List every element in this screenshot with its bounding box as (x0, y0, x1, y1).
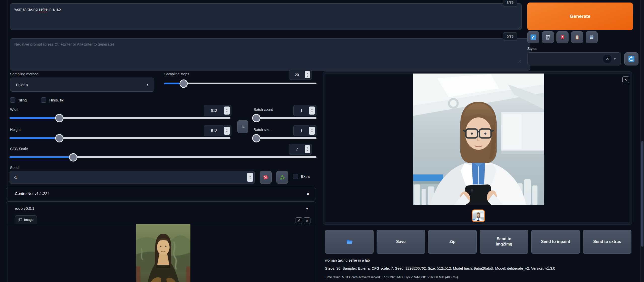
sampling-method-dropdown[interactable]: Euler a ▼ (10, 78, 154, 92)
height-input[interactable]: 512 ∧∨ (204, 125, 231, 136)
prompt-resize-handle[interactable] (517, 26, 521, 29)
styles-caret-icon[interactable]: ▾ (612, 57, 621, 61)
height-spinner[interactable]: ∧∨ (224, 127, 230, 135)
roop-accordion: roop v0.0.1 ▼ Image × (6, 201, 316, 282)
sampling-method-label: Sampling method (10, 72, 38, 76)
generation-params-text: Steps: 20, Sampler: Euler a, CFG scale: … (325, 266, 632, 270)
open-folder-button[interactable] (325, 230, 374, 254)
sampling-steps-slider-thumb[interactable] (180, 79, 188, 88)
floppy-disk-icon (589, 34, 595, 40)
send-to-img2img-label: Send to img2img (492, 236, 516, 247)
generate-button-label: Generate (570, 14, 590, 19)
send-to-extras-button[interactable]: Send to extras (583, 230, 631, 254)
vram-info-text: Torch active/reserved: 6778/7920 MiB, Sy… (350, 275, 458, 279)
page-scrollbar[interactable] (640, 0, 644, 282)
batch-size-slider[interactable] (254, 137, 316, 139)
cfg-scale-value: 7 (289, 144, 305, 155)
batch-count-input[interactable]: 1 ∧∨ (293, 105, 316, 116)
width-spinner[interactable]: ∧∨ (224, 107, 230, 115)
generated-image[interactable] (413, 74, 544, 205)
extra-seed-checkbox[interactable] (293, 174, 298, 179)
prompt-text-after: in a lab (48, 7, 61, 11)
close-gallery-button[interactable]: × (622, 76, 629, 83)
send-to-img2img-button[interactable]: Send to img2img (480, 230, 528, 254)
generation-prompt-echo: woman taking seflie in a lab (325, 258, 370, 262)
generation-time-info: Time taken: 5.31sTorch active/reserved: … (325, 275, 458, 279)
batch-count-slider[interactable] (254, 117, 316, 119)
zip-button[interactable]: Zip (428, 230, 477, 254)
seed-input[interactable]: -1 ∧∨ (10, 171, 255, 184)
hires-fix-label: Hires. fix (49, 98, 63, 102)
roop-source-image[interactable] (136, 224, 190, 282)
styles-dropdown[interactable]: × ▾ (527, 52, 621, 65)
styles-label: Styles (527, 47, 537, 51)
close-icon: × (625, 78, 627, 82)
width-slider-thumb[interactable] (55, 114, 64, 122)
refresh-styles-button[interactable] (624, 52, 638, 65)
batch-size-input[interactable]: 1 ∧∨ (293, 125, 316, 136)
generate-button[interactable]: Generate (527, 3, 633, 30)
cfg-scale-input[interactable]: 7 ∧∨ (289, 144, 312, 155)
height-slider-thumb[interactable] (55, 134, 64, 142)
roop-accordion-header[interactable]: roop v0.0.1 ▼ (6, 202, 316, 215)
roop-image-tab[interactable]: Image (15, 215, 37, 224)
batch-size-label: Batch size (254, 128, 270, 132)
batch-count-slider-thumb[interactable] (252, 114, 261, 122)
cfg-scale-label: CFG Scale (10, 147, 28, 151)
height-value: 512 (204, 125, 224, 136)
save-button[interactable]: Save (377, 230, 425, 254)
pencil-icon (297, 219, 301, 223)
page-scrollbar-thumb[interactable] (641, 141, 643, 247)
send-to-inpaint-button[interactable]: Send to inpaint (531, 230, 580, 254)
prompt-text-before: woman taking (14, 7, 39, 11)
height-slider[interactable] (10, 137, 230, 139)
gallery-thumbnail-selected[interactable] (472, 209, 485, 222)
controlnet-title: ControlNet v1.1.224 (6, 191, 306, 196)
prompt-input[interactable]: woman taking seflie in a lab (10, 3, 522, 30)
roop-edit-image-button[interactable] (296, 217, 302, 224)
batch-size-spinner[interactable]: ∧∨ (309, 127, 315, 135)
cfg-scale-slider[interactable] (10, 156, 316, 158)
sampling-steps-slider[interactable] (164, 83, 316, 84)
clear-prompt-button[interactable] (542, 31, 554, 43)
seed-spinner[interactable]: ∧∨ (247, 173, 253, 182)
flower-card-icon (559, 34, 566, 40)
recycle-icon (279, 174, 286, 181)
picture-icon (18, 218, 22, 222)
negative-prompt-input[interactable] (10, 38, 530, 70)
cfg-scale-slider-thumb[interactable] (69, 153, 77, 161)
apply-styles-button[interactable] (571, 31, 583, 43)
controlnet-accordion-header[interactable]: ControlNet v1.1.224 ◀ (6, 187, 316, 200)
roop-image-tab-label: Image (24, 218, 34, 222)
sampling-steps-label: Sampling steps (164, 72, 189, 76)
seed-label: Seed (10, 166, 19, 170)
tiling-checkbox[interactable] (10, 97, 15, 103)
width-slider[interactable] (10, 117, 230, 119)
hires-fix-checkbox[interactable] (41, 97, 46, 103)
sampling-steps-spinner[interactable]: ∧∨ (305, 71, 310, 78)
sampling-steps-input[interactable]: 20 ∧∨ (289, 70, 312, 80)
cfg-scale-spinner[interactable]: ∧∨ (305, 145, 310, 153)
zip-button-label: Zip (450, 239, 456, 244)
send-to-inpaint-label: Send to inpaint (541, 239, 570, 244)
random-seed-button[interactable] (260, 171, 272, 184)
swap-width-height-button[interactable]: ↑↓ (237, 120, 248, 133)
refresh-icon (628, 56, 635, 62)
batch-size-slider-thumb[interactable] (252, 134, 261, 142)
extra-networks-button[interactable] (556, 31, 569, 43)
tiling-label: Tiling (18, 98, 27, 102)
save-style-button[interactable] (586, 31, 598, 43)
trash-icon (545, 34, 551, 40)
height-label: Height (10, 128, 21, 132)
reuse-seed-button[interactable] (276, 171, 288, 184)
roop-clear-image-button[interactable]: × (304, 217, 310, 224)
width-label: Width (10, 108, 19, 112)
time-taken-text: Time taken: 5.31s (325, 275, 350, 279)
paste-generation-params-button[interactable] (527, 31, 539, 43)
batch-count-spinner[interactable]: ∧∨ (309, 107, 315, 115)
stable-diffusion-webui: woman taking seflie in a lab 8/75 0/75 G… (0, 0, 644, 282)
width-input[interactable]: 512 ∧∨ (204, 105, 231, 116)
styles-clear-icon[interactable]: × (603, 55, 612, 63)
close-icon: × (306, 219, 308, 223)
batch-count-value: 1 (294, 105, 309, 116)
